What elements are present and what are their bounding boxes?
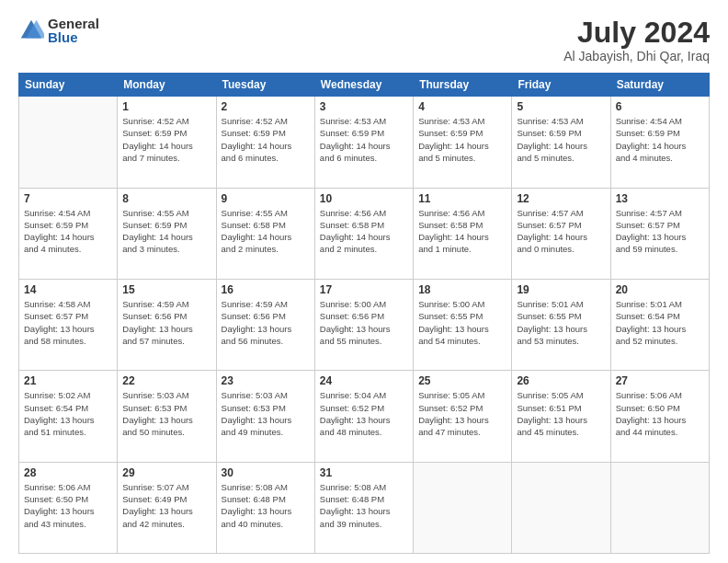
logo: General Blue bbox=[18, 17, 99, 44]
header-saturday: Saturday bbox=[610, 74, 709, 97]
day-info: Sunrise: 4:57 AM Sunset: 6:57 PM Dayligh… bbox=[517, 207, 605, 256]
day-number: 14 bbox=[24, 283, 112, 296]
week-row-4: 28Sunrise: 5:06 AM Sunset: 6:50 PM Dayli… bbox=[19, 462, 710, 553]
day-info: Sunrise: 5:06 AM Sunset: 6:50 PM Dayligh… bbox=[24, 481, 112, 530]
logo-icon bbox=[18, 17, 44, 43]
day-info: Sunrise: 4:57 AM Sunset: 6:57 PM Dayligh… bbox=[616, 207, 704, 256]
day-number: 18 bbox=[418, 283, 506, 296]
day-number: 1 bbox=[122, 100, 210, 113]
day-info: Sunrise: 4:53 AM Sunset: 6:59 PM Dayligh… bbox=[517, 115, 605, 164]
calendar-cell: 5Sunrise: 4:53 AM Sunset: 6:59 PM Daylig… bbox=[512, 97, 610, 188]
calendar-cell: 24Sunrise: 5:04 AM Sunset: 6:52 PM Dayli… bbox=[314, 371, 413, 462]
week-row-0: 1Sunrise: 4:52 AM Sunset: 6:59 PM Daylig… bbox=[19, 97, 710, 188]
day-number: 26 bbox=[517, 374, 605, 387]
day-info: Sunrise: 4:54 AM Sunset: 6:59 PM Dayligh… bbox=[24, 207, 112, 256]
day-number: 23 bbox=[222, 374, 310, 387]
day-number: 11 bbox=[418, 192, 506, 205]
calendar-cell: 18Sunrise: 5:00 AM Sunset: 6:55 PM Dayli… bbox=[414, 279, 512, 370]
header-row: Sunday Monday Tuesday Wednesday Thursday… bbox=[19, 74, 710, 97]
header-sunday: Sunday bbox=[19, 74, 118, 97]
page: General Blue July 2024 Al Jabayish, Dhi … bbox=[0, 0, 728, 563]
week-row-3: 21Sunrise: 5:02 AM Sunset: 6:54 PM Dayli… bbox=[19, 371, 710, 462]
day-info: Sunrise: 5:07 AM Sunset: 6:49 PM Dayligh… bbox=[122, 481, 210, 530]
calendar-cell: 19Sunrise: 5:01 AM Sunset: 6:55 PM Dayli… bbox=[512, 279, 610, 370]
day-info: Sunrise: 5:08 AM Sunset: 6:48 PM Dayligh… bbox=[320, 481, 408, 530]
calendar-cell: 16Sunrise: 4:59 AM Sunset: 6:56 PM Dayli… bbox=[216, 279, 314, 370]
week-row-1: 7Sunrise: 4:54 AM Sunset: 6:59 PM Daylig… bbox=[19, 188, 710, 279]
day-info: Sunrise: 4:59 AM Sunset: 6:56 PM Dayligh… bbox=[222, 298, 310, 347]
day-info: Sunrise: 4:53 AM Sunset: 6:59 PM Dayligh… bbox=[418, 115, 506, 164]
day-number: 19 bbox=[517, 283, 605, 296]
calendar-cell bbox=[414, 462, 512, 553]
header-friday: Friday bbox=[512, 74, 610, 97]
day-number: 4 bbox=[418, 100, 506, 113]
day-info: Sunrise: 5:01 AM Sunset: 6:55 PM Dayligh… bbox=[517, 298, 605, 347]
day-info: Sunrise: 5:06 AM Sunset: 6:50 PM Dayligh… bbox=[616, 389, 704, 438]
calendar-body: 1Sunrise: 4:52 AM Sunset: 6:59 PM Daylig… bbox=[19, 97, 710, 554]
day-number: 17 bbox=[320, 283, 408, 296]
calendar-cell: 23Sunrise: 5:03 AM Sunset: 6:53 PM Dayli… bbox=[216, 371, 314, 462]
day-info: Sunrise: 4:55 AM Sunset: 6:59 PM Dayligh… bbox=[122, 207, 210, 256]
day-info: Sunrise: 4:55 AM Sunset: 6:58 PM Dayligh… bbox=[222, 207, 310, 256]
calendar-cell: 28Sunrise: 5:06 AM Sunset: 6:50 PM Dayli… bbox=[19, 462, 118, 553]
calendar-cell: 6Sunrise: 4:54 AM Sunset: 6:59 PM Daylig… bbox=[610, 97, 709, 188]
day-number: 7 bbox=[24, 192, 112, 205]
calendar-cell: 17Sunrise: 5:00 AM Sunset: 6:56 PM Dayli… bbox=[314, 279, 413, 370]
calendar-cell: 4Sunrise: 4:53 AM Sunset: 6:59 PM Daylig… bbox=[414, 97, 512, 188]
day-number: 27 bbox=[616, 374, 704, 387]
header: General Blue July 2024 Al Jabayish, Dhi … bbox=[18, 17, 710, 63]
calendar-cell: 26Sunrise: 5:05 AM Sunset: 6:51 PM Dayli… bbox=[512, 371, 610, 462]
calendar-cell: 8Sunrise: 4:55 AM Sunset: 6:59 PM Daylig… bbox=[118, 188, 216, 279]
day-info: Sunrise: 5:05 AM Sunset: 6:52 PM Dayligh… bbox=[418, 389, 506, 438]
header-tuesday: Tuesday bbox=[216, 74, 314, 97]
main-title: July 2024 bbox=[563, 17, 710, 49]
day-info: Sunrise: 5:03 AM Sunset: 6:53 PM Dayligh… bbox=[122, 389, 210, 438]
day-number: 12 bbox=[517, 192, 605, 205]
calendar-cell: 1Sunrise: 4:52 AM Sunset: 6:59 PM Daylig… bbox=[118, 97, 216, 188]
day-info: Sunrise: 5:08 AM Sunset: 6:48 PM Dayligh… bbox=[222, 481, 310, 530]
day-number: 8 bbox=[122, 192, 210, 205]
day-number: 24 bbox=[320, 374, 408, 387]
calendar-cell: 29Sunrise: 5:07 AM Sunset: 6:49 PM Dayli… bbox=[118, 462, 216, 553]
calendar-cell: 30Sunrise: 5:08 AM Sunset: 6:48 PM Dayli… bbox=[216, 462, 314, 553]
calendar-cell: 27Sunrise: 5:06 AM Sunset: 6:50 PM Dayli… bbox=[610, 371, 709, 462]
calendar-cell: 2Sunrise: 4:52 AM Sunset: 6:59 PM Daylig… bbox=[216, 97, 314, 188]
day-info: Sunrise: 5:00 AM Sunset: 6:56 PM Dayligh… bbox=[320, 298, 408, 347]
day-info: Sunrise: 4:54 AM Sunset: 6:59 PM Dayligh… bbox=[616, 115, 704, 164]
day-info: Sunrise: 5:01 AM Sunset: 6:54 PM Dayligh… bbox=[616, 298, 704, 347]
week-row-2: 14Sunrise: 4:58 AM Sunset: 6:57 PM Dayli… bbox=[19, 279, 710, 370]
calendar-cell: 13Sunrise: 4:57 AM Sunset: 6:57 PM Dayli… bbox=[610, 188, 709, 279]
day-info: Sunrise: 4:52 AM Sunset: 6:59 PM Dayligh… bbox=[222, 115, 310, 164]
calendar-table: Sunday Monday Tuesday Wednesday Thursday… bbox=[18, 73, 710, 554]
day-info: Sunrise: 5:05 AM Sunset: 6:51 PM Dayligh… bbox=[517, 389, 605, 438]
day-info: Sunrise: 5:00 AM Sunset: 6:55 PM Dayligh… bbox=[418, 298, 506, 347]
day-number: 9 bbox=[222, 192, 310, 205]
calendar-cell: 3Sunrise: 4:53 AM Sunset: 6:59 PM Daylig… bbox=[314, 97, 413, 188]
calendar-cell: 12Sunrise: 4:57 AM Sunset: 6:57 PM Dayli… bbox=[512, 188, 610, 279]
calendar-cell: 25Sunrise: 5:05 AM Sunset: 6:52 PM Dayli… bbox=[414, 371, 512, 462]
day-info: Sunrise: 4:58 AM Sunset: 6:57 PM Dayligh… bbox=[24, 298, 112, 347]
calendar-cell: 14Sunrise: 4:58 AM Sunset: 6:57 PM Dayli… bbox=[19, 279, 118, 370]
calendar-cell bbox=[512, 462, 610, 553]
day-number: 21 bbox=[24, 374, 112, 387]
day-number: 16 bbox=[222, 283, 310, 296]
logo-general: General bbox=[48, 17, 99, 30]
day-number: 2 bbox=[222, 100, 310, 113]
header-thursday: Thursday bbox=[414, 74, 512, 97]
day-number: 15 bbox=[122, 283, 210, 296]
day-number: 31 bbox=[320, 466, 408, 479]
day-number: 28 bbox=[24, 466, 112, 479]
day-info: Sunrise: 5:02 AM Sunset: 6:54 PM Dayligh… bbox=[24, 389, 112, 438]
calendar-cell: 31Sunrise: 5:08 AM Sunset: 6:48 PM Dayli… bbox=[314, 462, 413, 553]
day-info: Sunrise: 4:52 AM Sunset: 6:59 PM Dayligh… bbox=[122, 115, 210, 164]
day-number: 5 bbox=[517, 100, 605, 113]
day-number: 10 bbox=[320, 192, 408, 205]
day-number: 3 bbox=[320, 100, 408, 113]
day-info: Sunrise: 4:59 AM Sunset: 6:56 PM Dayligh… bbox=[122, 298, 210, 347]
day-info: Sunrise: 5:04 AM Sunset: 6:52 PM Dayligh… bbox=[320, 389, 408, 438]
header-monday: Monday bbox=[118, 74, 216, 97]
title-block: July 2024 Al Jabayish, Dhi Qar, Iraq bbox=[563, 17, 710, 63]
calendar-cell: 9Sunrise: 4:55 AM Sunset: 6:58 PM Daylig… bbox=[216, 188, 314, 279]
day-info: Sunrise: 4:53 AM Sunset: 6:59 PM Dayligh… bbox=[320, 115, 408, 164]
subtitle: Al Jabayish, Dhi Qar, Iraq bbox=[563, 49, 710, 63]
